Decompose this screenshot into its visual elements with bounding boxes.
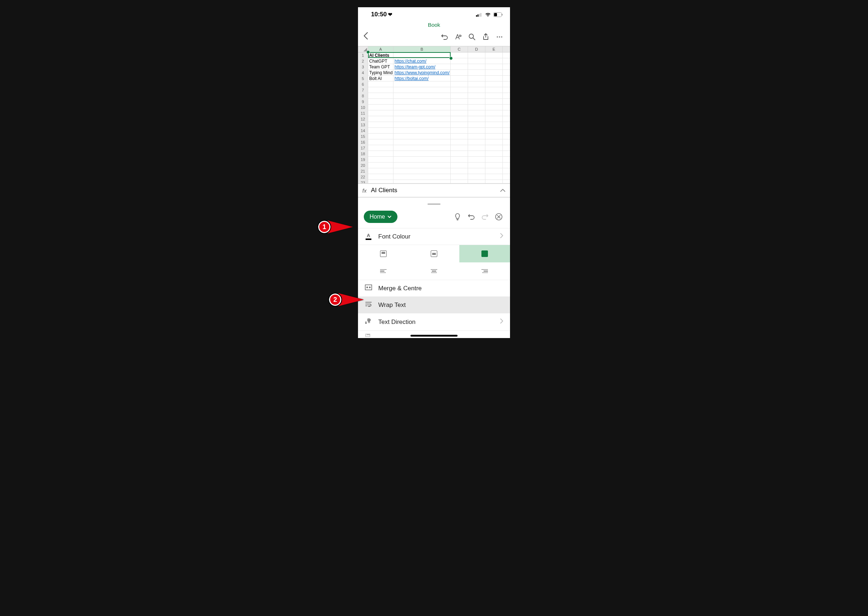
spreadsheet-grid[interactable]: A B C D E 1 AI Clients 2 ChatGPT https:/… <box>358 46 510 184</box>
cell[interactable] <box>368 157 393 162</box>
grid-row[interactable]: 2 ChatGPT https://chat.com/ <box>358 58 510 64</box>
cell[interactable] <box>485 162 503 168</box>
row-header[interactable]: 11 <box>358 110 368 116</box>
cell[interactable] <box>451 151 468 157</box>
cell[interactable] <box>451 110 468 116</box>
option-merge-centre[interactable]: Merge & Centre <box>358 280 510 297</box>
cell[interactable] <box>393 139 451 145</box>
cell[interactable] <box>368 110 393 116</box>
grid-row[interactable]: 14 <box>358 128 510 134</box>
row-header[interactable]: 14 <box>358 128 368 134</box>
cell[interactable] <box>468 134 485 139</box>
cell[interactable] <box>393 116 451 122</box>
align-bottom-button[interactable] <box>459 245 510 262</box>
column-header-d[interactable]: D <box>468 46 485 52</box>
cell[interactable] <box>368 128 393 134</box>
undo-icon[interactable] <box>466 211 477 222</box>
cell[interactable] <box>393 162 451 168</box>
cell[interactable] <box>368 122 393 128</box>
cell[interactable] <box>485 93 503 99</box>
cell[interactable] <box>468 168 485 174</box>
cell[interactable] <box>468 58 485 64</box>
grid-row[interactable]: 19 <box>358 157 510 162</box>
grid-row[interactable]: 18 <box>358 151 510 157</box>
column-header-a[interactable]: A <box>368 46 393 52</box>
cell-a5[interactable]: Bolt AI <box>368 75 393 82</box>
cell[interactable] <box>485 116 503 122</box>
grid-row[interactable]: 17 <box>358 145 510 151</box>
cell[interactable] <box>468 99 485 105</box>
cell-a4[interactable]: Typing Mind <box>368 70 393 75</box>
column-header-b[interactable]: B <box>393 46 451 52</box>
cell-a3[interactable]: Team GPT <box>368 64 393 70</box>
cell[interactable] <box>393 180 451 184</box>
cell[interactable] <box>368 99 393 105</box>
grid-row[interactable]: 9 <box>358 99 510 105</box>
cell[interactable] <box>393 134 451 139</box>
grid-row[interactable]: 22 <box>358 174 510 180</box>
grid-row[interactable]: 4 Typing Mind https://www.typingmind.com… <box>358 70 510 75</box>
cell[interactable] <box>451 52 468 58</box>
cell[interactable] <box>485 87 503 93</box>
selection-handle[interactable] <box>449 57 453 60</box>
cell[interactable] <box>451 82 468 87</box>
cell[interactable] <box>368 87 393 93</box>
row-header[interactable]: 16 <box>358 139 368 145</box>
row-header[interactable]: 22 <box>358 174 368 180</box>
cell-b1[interactable] <box>393 52 451 58</box>
row-header[interactable]: 19 <box>358 157 368 162</box>
align-left-button[interactable] <box>358 262 409 280</box>
cell[interactable] <box>451 58 468 64</box>
cell-b3[interactable]: https://team-gpt.com/ <box>393 64 451 70</box>
cell[interactable] <box>368 174 393 180</box>
grid-row[interactable]: 12 <box>358 116 510 122</box>
grid-row[interactable]: 1 AI Clients <box>358 52 510 58</box>
cell[interactable] <box>468 75 485 82</box>
row-header[interactable]: 4 <box>358 70 368 75</box>
grid-row[interactable]: 10 <box>358 105 510 110</box>
cell[interactable] <box>468 110 485 116</box>
cell[interactable] <box>485 75 503 82</box>
row-header[interactable]: 2 <box>358 58 368 64</box>
cell-b4[interactable]: https://www.typingmind.com/ <box>393 70 451 75</box>
row-header[interactable]: 17 <box>358 145 368 151</box>
cell-b5[interactable]: https://boltai.com/ <box>393 75 451 82</box>
cell[interactable] <box>451 116 468 122</box>
cell[interactable] <box>468 180 485 184</box>
row-header[interactable]: 5 <box>358 75 368 82</box>
formula-bar[interactable]: fx AI Clients <box>358 184 510 197</box>
cell[interactable] <box>368 116 393 122</box>
cell[interactable] <box>468 139 485 145</box>
cell[interactable] <box>451 134 468 139</box>
cell-a2[interactable]: ChatGPT <box>368 58 393 64</box>
cell[interactable] <box>393 110 451 116</box>
cell[interactable] <box>485 52 503 58</box>
cell[interactable] <box>368 139 393 145</box>
cell[interactable] <box>468 116 485 122</box>
cell[interactable] <box>368 82 393 87</box>
row-header[interactable]: 8 <box>358 93 368 99</box>
cell[interactable] <box>468 151 485 157</box>
cell[interactable] <box>485 180 503 184</box>
cell[interactable] <box>393 151 451 157</box>
option-text-direction[interactable]: Text Direction <box>358 313 510 331</box>
cell[interactable] <box>451 70 468 75</box>
cell[interactable] <box>468 174 485 180</box>
cell[interactable] <box>393 99 451 105</box>
cell[interactable] <box>468 157 485 162</box>
cell[interactable] <box>451 145 468 151</box>
row-header[interactable]: 21 <box>358 168 368 174</box>
option-format-painter-cutoff[interactable] <box>358 331 510 338</box>
column-header-c[interactable]: C <box>451 46 468 52</box>
cell[interactable] <box>468 82 485 87</box>
cell[interactable] <box>468 128 485 134</box>
chevron-up-icon[interactable] <box>500 187 506 194</box>
cell[interactable] <box>451 105 468 110</box>
cell[interactable] <box>485 64 503 70</box>
share-icon[interactable] <box>480 31 491 42</box>
document-title[interactable]: Book <box>358 20 510 29</box>
cell[interactable] <box>368 105 393 110</box>
cell[interactable] <box>393 122 451 128</box>
cell[interactable] <box>468 93 485 99</box>
grid-row[interactable]: 13 <box>358 122 510 128</box>
